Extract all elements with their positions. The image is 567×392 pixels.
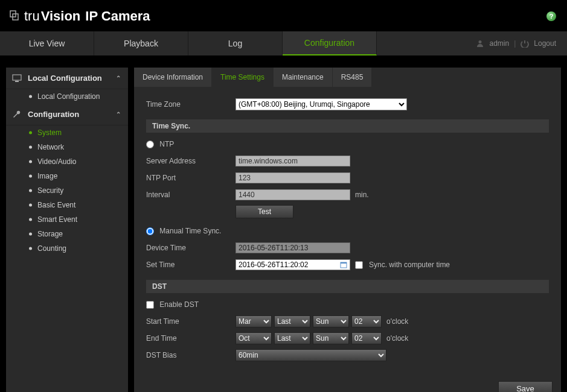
sidebar-item-image[interactable]: Image bbox=[6, 169, 128, 183]
brand-part1: tru bbox=[24, 8, 40, 24]
start-month-select[interactable]: Mar bbox=[235, 315, 272, 327]
calendar-icon[interactable] bbox=[339, 261, 348, 269]
nav-tab-configuration[interactable]: Configuration bbox=[283, 31, 377, 55]
dst-bias-select[interactable]: 60min bbox=[235, 349, 386, 361]
interval-label: Interval bbox=[146, 191, 235, 199]
sidebar-item-security[interactable]: Security bbox=[6, 183, 128, 198]
tab-deviceinfo[interactable]: Device Information bbox=[134, 68, 211, 87]
device-time-label: Device Time bbox=[146, 244, 235, 252]
sidebar-section-config[interactable]: Configuration ⌃ bbox=[6, 104, 128, 125]
sidebar-item-system[interactable]: System bbox=[6, 125, 128, 140]
ntp-radio-label[interactable]: NTP bbox=[146, 140, 174, 148]
tab-timesettings[interactable]: Time Settings bbox=[212, 68, 273, 87]
logo-icon bbox=[10, 10, 19, 21]
nav-tab-liveview[interactable]: Live View bbox=[0, 31, 94, 55]
sidebar-item-counting[interactable]: Counting bbox=[6, 241, 128, 256]
interval-unit: min. bbox=[355, 191, 369, 199]
sidebar-section-local[interactable]: Local Configuration ⌃ bbox=[6, 68, 128, 89]
sidebar-item-localconfig[interactable]: Local Configuration bbox=[6, 89, 128, 104]
start-hour-select[interactable]: 02 bbox=[351, 315, 382, 327]
timesync-header: Time Sync. bbox=[146, 119, 549, 133]
monitor-icon bbox=[12, 74, 23, 83]
ntp-port-input[interactable] bbox=[235, 172, 350, 183]
dst-header: DST bbox=[146, 280, 549, 293]
sidebar-item-smartevent[interactable]: Smart Event bbox=[6, 212, 128, 227]
brand-part2: Vision bbox=[41, 8, 81, 24]
chevron-up-icon: ⌃ bbox=[116, 75, 121, 81]
tab-maintenance[interactable]: Maintenance bbox=[274, 68, 332, 87]
start-week-select[interactable]: Last bbox=[274, 315, 310, 327]
ntp-text: NTP bbox=[159, 140, 174, 148]
svg-point-2 bbox=[479, 40, 482, 43]
device-time-input bbox=[235, 242, 350, 253]
end-time-label: End Time bbox=[146, 334, 235, 343]
sidebar: Local Configuration ⌃ Local Configuratio… bbox=[6, 68, 128, 392]
chevron-up-icon: ⌃ bbox=[116, 111, 121, 118]
divider: | bbox=[514, 39, 516, 48]
sidebar-section-label: Local Configuration bbox=[28, 74, 102, 83]
wrench-icon bbox=[12, 110, 23, 119]
user-icon bbox=[476, 39, 484, 48]
end-week-select[interactable]: Last bbox=[274, 332, 310, 344]
test-button[interactable]: Test bbox=[235, 205, 293, 218]
set-time-label: Set Time bbox=[146, 261, 235, 269]
sidebar-item-basicevent[interactable]: Basic Event bbox=[6, 198, 128, 212]
manual-radio[interactable] bbox=[146, 227, 154, 235]
start-time-label: Start Time bbox=[146, 317, 235, 326]
svg-rect-3 bbox=[13, 75, 21, 80]
logout-link[interactable]: Logout bbox=[534, 39, 556, 48]
sync-computer-checkbox[interactable] bbox=[355, 261, 363, 269]
help-icon[interactable]: ? bbox=[546, 11, 556, 21]
manual-text: Manual Time Sync. bbox=[159, 227, 221, 235]
svg-rect-6 bbox=[341, 262, 347, 264]
username[interactable]: admin bbox=[489, 39, 509, 48]
nav-bar: Live View Playback Log Configuration adm… bbox=[0, 31, 567, 55]
set-time-input[interactable] bbox=[235, 259, 350, 270]
sidebar-item-videoaudio[interactable]: Video/Audio bbox=[6, 154, 128, 169]
sidebar-item-storage[interactable]: Storage bbox=[6, 227, 128, 241]
sync-computer-checkbox-label[interactable]: Sync. with computer time bbox=[355, 261, 450, 269]
ntp-port-label: NTP Port bbox=[146, 174, 235, 182]
end-day-select[interactable]: Sun bbox=[313, 332, 349, 344]
sidebar-item-network[interactable]: Network bbox=[6, 140, 128, 154]
brand-logo: tru Vision IP Camera bbox=[10, 8, 150, 24]
interval-input[interactable] bbox=[235, 189, 350, 200]
server-address-label: Server Address bbox=[146, 157, 235, 165]
end-month-select[interactable]: Oct bbox=[235, 332, 272, 344]
brand-part3: IP Camera bbox=[85, 8, 150, 24]
enable-dst-label[interactable]: Enable DST bbox=[146, 300, 199, 309]
tab-rs485[interactable]: RS485 bbox=[333, 68, 372, 87]
start-day-select[interactable]: Sun bbox=[313, 315, 349, 327]
enable-dst-checkbox[interactable] bbox=[146, 301, 154, 309]
timezone-select[interactable]: (GMT+08:00) Beijing, Urumqi, Singapore bbox=[235, 98, 407, 110]
end-hour-select[interactable]: 02 bbox=[351, 332, 382, 344]
server-address-input[interactable] bbox=[235, 156, 350, 166]
manual-radio-label[interactable]: Manual Time Sync. bbox=[146, 227, 221, 235]
enable-dst-text: Enable DST bbox=[159, 300, 199, 309]
nav-tab-log[interactable]: Log bbox=[188, 31, 283, 55]
nav-tab-playback[interactable]: Playback bbox=[94, 31, 188, 55]
content-panel: Device Information Time Settings Mainten… bbox=[134, 68, 561, 392]
ntp-radio[interactable] bbox=[146, 141, 154, 148]
sync-computer-text: Sync. with computer time bbox=[369, 261, 450, 269]
logout-icon bbox=[521, 39, 529, 48]
sidebar-section-label: Configuration bbox=[28, 110, 79, 119]
timezone-label: Time Zone bbox=[146, 100, 235, 109]
start-oclock: o'clock bbox=[386, 317, 408, 326]
end-oclock: o'clock bbox=[386, 334, 408, 343]
inner-tab-strip: Device Information Time Settings Mainten… bbox=[134, 68, 561, 87]
dst-bias-label: DST Bias bbox=[146, 351, 235, 359]
svg-rect-4 bbox=[15, 81, 19, 82]
save-button[interactable]: Save bbox=[498, 381, 553, 392]
